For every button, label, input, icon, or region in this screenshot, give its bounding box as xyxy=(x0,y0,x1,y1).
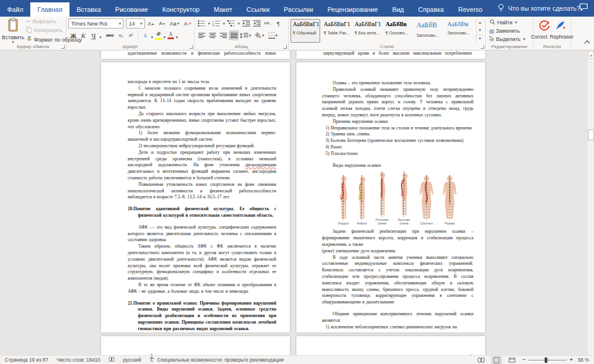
style-card[interactable]: АаБбВв Заголово... xyxy=(445,19,475,43)
paragraph[interactable]: В ходе основной части занятия ученики вы… xyxy=(322,255,473,306)
style-card[interactable]: АаБбВв ¶ Основн... xyxy=(383,19,413,43)
change-case-button[interactable]: Аа▼ xyxy=(168,18,181,29)
rephraser-label[interactable]: Rephraser xyxy=(550,34,574,40)
paragraph[interactable]: В то же время отличие от ФК объект позна… xyxy=(128,282,276,295)
reverso-correct-icon[interactable] xyxy=(539,20,550,32)
paragraph[interactable]: Дети и подростки прекращают работу при м… xyxy=(128,150,276,182)
style-card[interactable]: АаБбВвГ1 ¶ Без инте... xyxy=(352,19,382,43)
paragraph[interactable]: Правильной осанкой называют привычную по… xyxy=(322,87,473,119)
font-name-combobox[interactable]: Times New Roi▼ xyxy=(68,18,124,29)
reverso-rephraser-icon[interactable] xyxy=(555,20,566,32)
accessibility-checker[interactable]: Специальные возможности: проверьте реком… xyxy=(149,356,283,363)
font-color-button[interactable]: А xyxy=(166,31,175,40)
justify-button[interactable] xyxy=(229,30,239,40)
style-card[interactable]: АаБбВвГ1 ¶ Table Par... xyxy=(321,19,351,43)
select-button[interactable]: Выделить▼ xyxy=(488,35,531,43)
underline-button[interactable]: Ч xyxy=(89,30,99,40)
ribbon-tab[interactable]: Вид xyxy=(385,2,411,17)
bold-button[interactable]: Ж xyxy=(68,30,78,40)
line-spacing-button[interactable]: ▼ xyxy=(239,30,252,40)
paragraph[interactable]: 21.Понятие о правильной осанке. Причины … xyxy=(128,300,276,333)
paragraph[interactable]: До старшего школьного возраста при выпол… xyxy=(128,111,276,130)
styles-scroll-down[interactable]: ▼ xyxy=(476,26,484,34)
paragraph[interactable]: Осанка – это привычное положение тела че… xyxy=(322,80,473,87)
ribbon-tab[interactable]: Макет xyxy=(207,2,239,17)
clear-formatting-button[interactable]: А xyxy=(182,18,192,29)
underline-dropdown-caret[interactable]: ▼ xyxy=(99,36,102,39)
paragraph[interactable]: (реже) уменьшение дуги искривления. xyxy=(322,248,473,255)
ribbon-tab[interactable]: Файл xyxy=(0,2,30,17)
zoom-percentage[interactable]: 58 % xyxy=(578,357,589,363)
paragraph[interactable]: Задачи физической реабилитации при наруш… xyxy=(322,229,473,248)
posture-types-figure[interactable]: Лордоз Кифоз xyxy=(322,172,473,225)
paragraph[interactable]: 4) Рахит. xyxy=(322,144,473,151)
paste-button[interactable]: Вставить ▼ xyxy=(2,18,24,43)
multilevel-list-button[interactable] xyxy=(226,18,236,29)
align-left-button[interactable] xyxy=(197,30,207,40)
ribbon-tab[interactable]: Конструктор xyxy=(155,2,207,17)
ribbon-tab[interactable]: Рассылки xyxy=(277,2,320,17)
ribbon-tab[interactable]: Справка xyxy=(411,2,451,17)
paragraph[interactable]: Таким образом, общность АФК с ФК заключа… xyxy=(128,243,276,282)
vertical-scrollbar[interactable]: ▲ xyxy=(587,50,594,355)
decrease-indent-button[interactable] xyxy=(241,18,251,29)
proofing-status[interactable] xyxy=(109,357,115,363)
previous-page-left-bottom[interactable]: адаптационные возможности и физическая р… xyxy=(101,50,290,59)
show-formatting-marks-button[interactable]: ¶ xyxy=(273,18,283,29)
highlight-color-button[interactable] xyxy=(154,31,163,40)
paragraph[interactable]: 5) Плоскостопие. xyxy=(322,151,473,157)
language-indicator[interactable]: русский xyxy=(123,357,141,363)
paragraph[interactable]: 3) Болезнь Бехтерева (хроническое воспал… xyxy=(322,138,473,144)
italic-button[interactable]: К xyxy=(78,30,89,40)
paragraph[interactable]: 1) Неправильное положение тела за столом… xyxy=(322,125,473,132)
paragraph[interactable]: 2) Травмы шеи, спины. xyxy=(322,131,473,138)
zoom-out-button[interactable]: − xyxy=(522,357,526,363)
zoom-thumb[interactable] xyxy=(545,357,547,363)
paragraph[interactable]: Повышенная утомляемость юных спортсменов… xyxy=(128,182,276,201)
paragraph[interactable]: 1) более низкими функциональными возможн… xyxy=(128,130,276,143)
print-layout-button[interactable] xyxy=(491,356,502,364)
find-button[interactable]: Найти▼ xyxy=(488,18,531,27)
sort-button[interactable]: АЯ↓ xyxy=(263,18,273,29)
shading-button[interactable]: ▼ xyxy=(253,30,266,40)
scrollbar-thumb[interactable] xyxy=(588,129,594,140)
text-effects-button[interactable]: А xyxy=(140,30,150,40)
font-size-combobox[interactable]: 14▼ xyxy=(126,18,145,29)
ribbon-tab[interactable]: Рисование xyxy=(108,2,155,17)
shrink-font-button[interactable]: А▼ xyxy=(157,18,168,29)
replace-button[interactable]: ab Заменить xyxy=(488,27,531,34)
styles-scroll-up[interactable]: ▲ xyxy=(476,18,484,26)
bullets-caret[interactable]: ▼ xyxy=(207,22,211,26)
zoom-in-button[interactable]: + xyxy=(570,357,573,363)
next-page-left-top[interactable]: позвоночный отдел позвоночника xyxy=(101,336,290,355)
collapse-ribbon-button[interactable] xyxy=(582,17,594,50)
page-right[interactable]: Осанка – это привычное положение тела че… xyxy=(296,62,485,333)
correct-label[interactable]: Correct xyxy=(531,34,548,40)
paragraph[interactable]: АФК — это вид физической культуры, специ… xyxy=(128,224,276,243)
font-color-caret[interactable]: ▼ xyxy=(175,36,179,39)
style-card[interactable]: АаБбВвГ1 ¶ Обычный xyxy=(290,19,320,43)
paragraph[interactable]: Причины нарушения осанки xyxy=(322,119,473,125)
bullets-button[interactable] xyxy=(197,18,207,29)
document-canvas[interactable]: адаптационные возможности и физическая р… xyxy=(0,50,587,355)
multilevel-caret[interactable]: ▼ xyxy=(237,22,241,26)
word-count-indicator[interactable]: Число слов: 18410 xyxy=(56,357,100,363)
paragraph[interactable]: Виды нарушения осанки: xyxy=(322,163,473,169)
paragraph[interactable]: Общими принципами консервативного лечени… xyxy=(322,311,473,324)
scroll-up-button[interactable]: ▲ xyxy=(588,51,594,59)
align-center-button[interactable] xyxy=(207,30,217,40)
ribbon-tab[interactable]: Ссылки xyxy=(239,2,277,17)
strikethrough-button[interactable]: abc xyxy=(104,30,116,40)
tell-me-box[interactable]: Что вы хотите сделать? xyxy=(498,0,580,17)
paste-dropdown-caret[interactable]: ▼ xyxy=(11,40,15,44)
feedback-comment-icon[interactable] xyxy=(579,3,588,14)
read-mode-button[interactable] xyxy=(476,356,486,364)
page-left[interactable]: кислорода в пересчете на 1 кг массы тела… xyxy=(101,62,290,333)
paragraph[interactable]: 20.Понятие адаптивной физической культур… xyxy=(128,206,276,219)
page-number-indicator[interactable]: Страница 19 из 87 xyxy=(5,357,48,363)
spelling-error-word[interactable]: дискоординация xyxy=(245,162,276,167)
align-right-button[interactable] xyxy=(218,30,228,40)
ribbon-tab[interactable]: Reverso xyxy=(451,2,489,17)
web-layout-button[interactable] xyxy=(507,356,517,364)
ribbon-tab[interactable]: Рецензирование xyxy=(320,2,385,17)
